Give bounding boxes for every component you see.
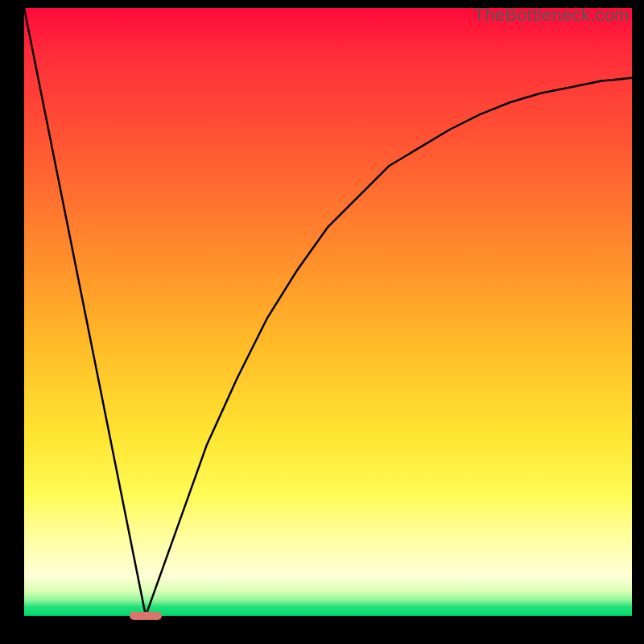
bottleneck-curve: [24, 8, 632, 616]
watermark-text: TheBottleneck.com: [474, 5, 630, 26]
chart-plot-area: [24, 8, 632, 616]
curve-right-segment: [146, 78, 632, 616]
curve-left-segment: [24, 8, 146, 616]
chart-frame: TheBottleneck.com: [0, 0, 644, 644]
optimal-point-marker: [130, 612, 162, 620]
